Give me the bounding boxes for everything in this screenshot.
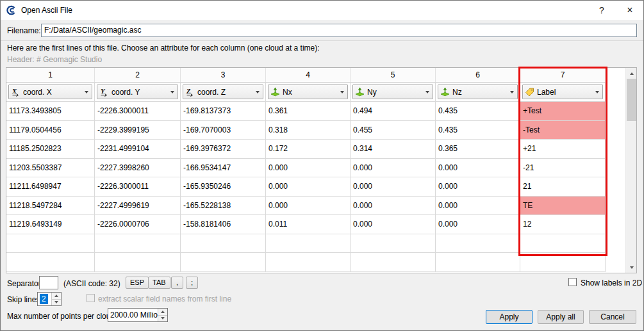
column-type-select-5[interactable]: Ny <box>352 85 433 99</box>
cell-r8-c6[interactable] <box>436 234 520 254</box>
skip-lines-up-button[interactable] <box>52 293 61 299</box>
max-points-spinner[interactable]: 2000.00 Million <box>108 308 168 322</box>
filename-input[interactable]: F:/Data/ASCII/geomagic.asc <box>41 24 637 37</box>
cell-r9-c6[interactable] <box>436 253 520 272</box>
column-type-select-2[interactable]: Ycoord. Y <box>97 85 178 99</box>
cell-r4-c4[interactable]: 0.000 <box>266 159 351 178</box>
max-points-up-button[interactable] <box>158 309 167 315</box>
cell-r5-c6[interactable]: 0.000 <box>436 177 520 197</box>
cell-r6-c6[interactable]: 0.000 <box>436 197 520 216</box>
cell-r9-c1[interactable] <box>6 253 95 272</box>
cell-r7-c2[interactable]: -2226.0000706 <box>95 215 181 234</box>
apply-button[interactable]: Apply <box>486 310 533 324</box>
cell-r5-c3[interactable]: -165.9350246 <box>181 177 266 197</box>
close-button[interactable]: × <box>616 1 644 20</box>
cell-r4-c2[interactable]: -2227.3998260 <box>95 159 181 178</box>
cell-r5-c5[interactable]: 0.000 <box>351 177 436 197</box>
column-header-1[interactable]: 1 <box>6 68 95 83</box>
cell-r9-c7[interactable] <box>520 253 606 272</box>
cell-r7-c3[interactable]: -158.8181406 <box>181 215 266 234</box>
column-type-select-4[interactable]: Nx <box>268 85 348 99</box>
cell-r7-c1[interactable]: 11219.6493149 <box>6 215 95 234</box>
cell-r1-c2[interactable]: -2226.3000011 <box>95 102 181 121</box>
cell-r1-c5[interactable]: 0.494 <box>351 102 436 121</box>
column-type-select-1[interactable]: Xcoord. X <box>8 85 92 99</box>
cell-r3-c2[interactable]: -2231.4999104 <box>95 140 181 159</box>
vertical-scrollbar[interactable] <box>625 68 636 273</box>
cell-r4-c3[interactable]: -166.9534147 <box>181 159 266 178</box>
column-type-select-6[interactable]: Nz <box>438 85 518 99</box>
cell-r9-c5[interactable] <box>351 253 436 272</box>
column-header-7[interactable]: 7 <box>520 68 606 83</box>
scrollbar-up-button[interactable] <box>626 68 637 79</box>
cell-r3-c1[interactable]: 11185.2502823 <box>6 140 95 159</box>
help-button[interactable]: ? <box>588 1 616 20</box>
column-header-4[interactable]: 4 <box>266 68 351 83</box>
cell-r8-c4[interactable] <box>266 234 351 254</box>
cell-r6-c3[interactable]: -165.5228138 <box>181 197 266 216</box>
cell-r7-c6[interactable]: 0.000 <box>436 215 520 234</box>
cell-r2-c1[interactable]: 11179.0504456 <box>6 121 95 140</box>
cell-r2-c4[interactable]: 0.318 <box>266 121 351 140</box>
cell-r5-c1[interactable]: 11211.6498947 <box>6 177 95 197</box>
column-header-5[interactable]: 5 <box>351 68 436 83</box>
cancel-button[interactable]: Cancel <box>589 310 636 324</box>
apply-all-button[interactable]: Apply all <box>538 310 584 324</box>
cell-r4-c7[interactable]: -21 <box>520 159 606 178</box>
cell-r8-c2[interactable] <box>95 234 181 254</box>
cell-r2-c2[interactable]: -2229.3999195 <box>95 121 181 140</box>
cell-r3-c5[interactable]: 0.314 <box>351 140 436 159</box>
cell-r1-c7[interactable]: +Test <box>520 102 606 121</box>
cell-r5-c7[interactable]: 21 <box>520 177 606 197</box>
scrollbar-thumb[interactable] <box>627 79 636 121</box>
cell-r1-c1[interactable]: 11173.3493805 <box>6 102 95 121</box>
cell-r7-c5[interactable]: 0.000 <box>351 215 436 234</box>
cell-r8-c7[interactable] <box>520 234 606 254</box>
cell-r9-c4[interactable] <box>266 253 351 272</box>
cell-r6-c5[interactable]: 0.000 <box>351 197 436 216</box>
coord-y-icon: Y <box>99 87 109 97</box>
cell-r3-c7[interactable]: +21 <box>520 140 606 159</box>
column-header-6[interactable]: 6 <box>436 68 520 83</box>
separator-tab-button[interactable]: TAB <box>148 277 170 289</box>
column-type-select-3[interactable]: Zcoord. Z <box>183 85 263 99</box>
cell-r2-c5[interactable]: 0.455 <box>351 121 436 140</box>
cell-r6-c7[interactable]: TE <box>520 197 606 216</box>
cell-r7-c4[interactable]: 0.011 <box>266 215 351 234</box>
cell-r8-c3[interactable] <box>181 234 266 254</box>
cell-r1-c6[interactable]: 0.435 <box>436 102 520 121</box>
separator-semicolon-button[interactable]: ; <box>186 277 198 289</box>
cell-r9-c2[interactable] <box>95 253 181 272</box>
cell-r2-c3[interactable]: -169.7070003 <box>181 121 266 140</box>
cell-r6-c4[interactable]: 0.000 <box>266 197 351 216</box>
cell-r7-c7[interactable]: 12 <box>520 215 606 234</box>
cell-r4-c5[interactable]: 0.000 <box>351 159 436 178</box>
show-labels-2d-checkbox[interactable] <box>568 278 577 286</box>
cell-r3-c4[interactable]: 0.172 <box>266 140 351 159</box>
cell-r4-c6[interactable]: 0.000 <box>436 159 520 178</box>
cell-r2-c6[interactable]: 0.435 <box>436 121 520 140</box>
column-type-select-7[interactable]: Label <box>522 85 603 99</box>
cell-r9-c3[interactable] <box>181 253 266 272</box>
column-header-3[interactable]: 3 <box>181 68 266 83</box>
separator-esp-button[interactable]: ESP <box>126 277 149 289</box>
max-points-down-button[interactable] <box>158 315 167 322</box>
column-header-2[interactable]: 2 <box>95 68 181 83</box>
cell-r1-c3[interactable]: -169.8137373 <box>181 102 266 121</box>
separator-comma-button[interactable]: , <box>171 277 183 289</box>
cell-r6-c2[interactable]: -2227.4999619 <box>95 197 181 216</box>
cell-r8-c5[interactable] <box>351 234 436 254</box>
cell-r3-c6[interactable]: 0.365 <box>436 140 520 159</box>
cell-r1-c4[interactable]: 0.361 <box>266 102 351 121</box>
cell-r3-c3[interactable]: -169.3976372 <box>181 140 266 159</box>
cell-r5-c2[interactable]: -2226.3000011 <box>95 177 181 197</box>
skip-lines-down-button[interactable] <box>52 299 61 306</box>
cell-r2-c7[interactable]: -Test <box>520 121 606 140</box>
cell-r8-c1[interactable] <box>6 234 95 254</box>
skip-lines-spinner[interactable]: 2 <box>37 292 62 306</box>
separator-input[interactable] <box>39 276 58 289</box>
cell-r4-c1[interactable]: 11203.5503387 <box>6 159 95 178</box>
scrollbar-down-button[interactable] <box>626 262 637 273</box>
cell-r6-c1[interactable]: 11218.5497284 <box>6 197 95 216</box>
cell-r5-c4[interactable]: 0.000 <box>266 177 351 197</box>
